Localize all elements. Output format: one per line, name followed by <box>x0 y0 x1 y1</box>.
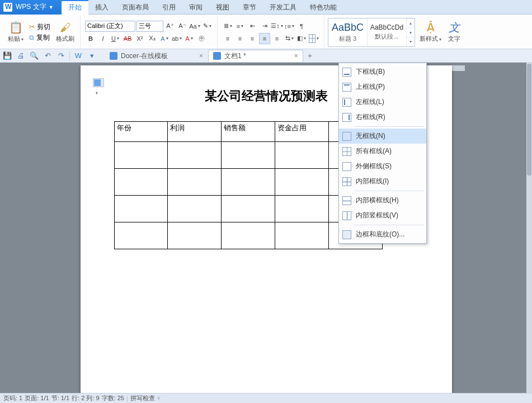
doc-tab-document1[interactable]: 文档1 * × <box>208 50 303 62</box>
menu-tab-chapter[interactable]: 章节 <box>236 0 263 15</box>
qat-preview-button[interactable]: 🔍 <box>29 51 39 61</box>
border-option[interactable]: 内部框线(I) <box>339 174 426 189</box>
cut-button[interactable]: ✂剪切 <box>29 22 50 32</box>
menu-tab-start[interactable]: 开始 <box>62 0 88 15</box>
text-effect-button[interactable]: A <box>159 33 170 44</box>
menu-tab-special[interactable]: 特色功能 <box>303 0 343 15</box>
document-area: 某公司经营情况预测表 年份 利润 销售额 资金占用 <box>0 63 532 393</box>
border-option[interactable]: 所有框线(A) <box>339 144 426 159</box>
border-icon <box>342 177 351 186</box>
border-option[interactable]: 下框线(B) <box>339 64 426 79</box>
border-option[interactable]: 上框线(P) <box>339 79 426 94</box>
distribute-button[interactable]: ≡ <box>271 33 283 44</box>
style-name: 默认段... <box>375 32 398 41</box>
font-size-select[interactable] <box>136 21 163 32</box>
new-tab-button[interactable]: ＋ <box>305 51 314 60</box>
change-case-button[interactable]: Aa <box>189 21 200 32</box>
qat-redo-button[interactable]: ↷ <box>56 51 66 61</box>
align-left-button[interactable]: ≡ <box>222 33 233 44</box>
format-painter-button[interactable]: 🖌 格式刷 <box>53 17 78 48</box>
decrease-font-button[interactable]: A⁻ <box>177 21 188 32</box>
border-option[interactable]: 左框线(L) <box>339 94 426 110</box>
new-style-label: 新样式 <box>420 35 441 43</box>
scrollbar-thumb[interactable] <box>527 64 531 176</box>
text-tool-label: 文字 <box>448 35 460 43</box>
vertical-scrollbar[interactable] <box>526 63 532 393</box>
border-icon <box>342 230 351 239</box>
font-name-select[interactable] <box>85 21 135 32</box>
qat-more-caret-icon[interactable]: ▾ <box>87 51 97 61</box>
menu-tab-references[interactable]: 引用 <box>156 0 182 15</box>
table-header-cell[interactable]: 销售额 <box>222 122 275 142</box>
ribbon: 📋 粘贴 ✂剪切 ⧉复制 🖌 格式刷 A⁺ A⁻ Aa ✎ B I <box>0 15 532 49</box>
text-tool-button[interactable]: 文 文字 <box>445 17 464 48</box>
bullets-button[interactable]: ≣ <box>222 21 233 32</box>
strike-button[interactable]: AB <box>122 33 133 44</box>
bold-button[interactable]: B <box>85 33 96 44</box>
qat-wps-button[interactable]: W <box>73 51 83 61</box>
border-icon <box>342 83 351 92</box>
style-preview: AaBbCcDd <box>370 23 403 31</box>
indent-options-button[interactable]: ⇆ <box>284 33 295 44</box>
style-gallery[interactable]: AaBbC 标题 3 AaBbCcDd 默认段... ▴▾▾ <box>328 18 415 47</box>
sidebar-toggle[interactable] <box>93 78 104 87</box>
borders-button[interactable] <box>308 33 319 44</box>
phonetic-button[interactable]: ㊥ <box>196 33 207 44</box>
show-marks-button[interactable]: ¶ <box>296 21 307 32</box>
qat-undo-button[interactable]: ↶ <box>43 51 53 61</box>
document-icon <box>213 52 221 60</box>
menu-tab-view[interactable]: 视图 <box>209 0 236 15</box>
copy-icon: ⧉ <box>29 34 34 41</box>
border-option[interactable]: 无框线(N) <box>339 129 426 144</box>
status-word-count: 字数: 25 <box>102 394 124 402</box>
highlight-button[interactable]: ab <box>171 33 182 44</box>
align-right-button[interactable]: ≡ <box>247 33 258 44</box>
table-header-cell[interactable]: 资金占用 <box>275 122 328 142</box>
font-color-button[interactable]: A <box>183 33 195 44</box>
app-menu-caret-icon[interactable]: ▼ <box>49 4 54 10</box>
table-header-cell[interactable]: 利润 <box>168 122 222 142</box>
new-style-button[interactable]: Ậ 新样式 <box>416 17 445 48</box>
status-spellcheck[interactable]: 拼写检查 <box>130 394 155 402</box>
tab-close-icon[interactable]: × <box>199 52 203 60</box>
border-option[interactable]: 内部横框线(H) <box>339 193 426 208</box>
border-option[interactable]: 外侧框线(S) <box>339 159 426 174</box>
border-option[interactable]: 边框和底纹(O)... <box>339 227 426 242</box>
menu-tab-page-layout[interactable]: 页面布局 <box>115 0 156 15</box>
superscript-button[interactable]: X² <box>134 33 145 44</box>
shading-button[interactable]: ◧ <box>296 33 307 44</box>
line-spacing-button[interactable]: ↕≡ <box>284 21 295 32</box>
style-default[interactable]: AaBbCcDd 默认段... <box>368 18 407 46</box>
subscript-button[interactable]: X₂ <box>147 33 158 44</box>
separator <box>69 51 70 60</box>
increase-indent-button[interactable]: ⇥ <box>259 21 270 32</box>
underline-button[interactable]: U <box>110 33 121 44</box>
decrease-indent-button[interactable]: ⇤ <box>247 21 258 32</box>
status-row-col: 行: 2 列: 9 <box>72 394 100 402</box>
align-center-button[interactable]: ≡ <box>234 33 246 44</box>
scissors-icon: ✂ <box>29 23 35 31</box>
qat-print-button[interactable]: 🖨 <box>16 51 26 61</box>
gallery-scroll[interactable]: ▴▾▾ <box>407 18 415 46</box>
sort-button[interactable]: ☰↕ <box>271 21 283 32</box>
menu-tab-review[interactable]: 审阅 <box>182 0 209 15</box>
border-icon <box>342 196 351 205</box>
qat-save-button[interactable]: 💾 <box>2 51 12 61</box>
doc-tab-label: Docer-在线模板 <box>121 51 168 61</box>
tab-close-icon[interactable]: × <box>294 52 298 60</box>
numbering-button[interactable]: ≡ <box>234 21 246 32</box>
paste-button[interactable]: 📋 粘贴 <box>4 17 27 48</box>
border-option[interactable]: 内部竖框线(V) <box>339 208 426 223</box>
menu-tab-insert[interactable]: 插入 <box>88 0 115 15</box>
italic-button[interactable]: I <box>97 33 109 44</box>
increase-font-button[interactable]: A⁺ <box>164 21 176 32</box>
table-header-cell[interactable]: 年份 <box>114 122 168 142</box>
justify-button[interactable]: ≡ <box>259 33 270 44</box>
border-icon <box>342 162 351 171</box>
style-heading3[interactable]: AaBbC 标题 3 <box>328 18 368 46</box>
copy-button[interactable]: ⧉复制 <box>29 33 50 42</box>
border-option[interactable]: 右框线(R) <box>339 110 426 125</box>
doc-tab-docer[interactable]: Docer-在线模板 × <box>105 50 208 62</box>
menu-tab-developer[interactable]: 开发工具 <box>263 0 303 15</box>
clear-format-button[interactable]: ✎ <box>201 21 213 32</box>
